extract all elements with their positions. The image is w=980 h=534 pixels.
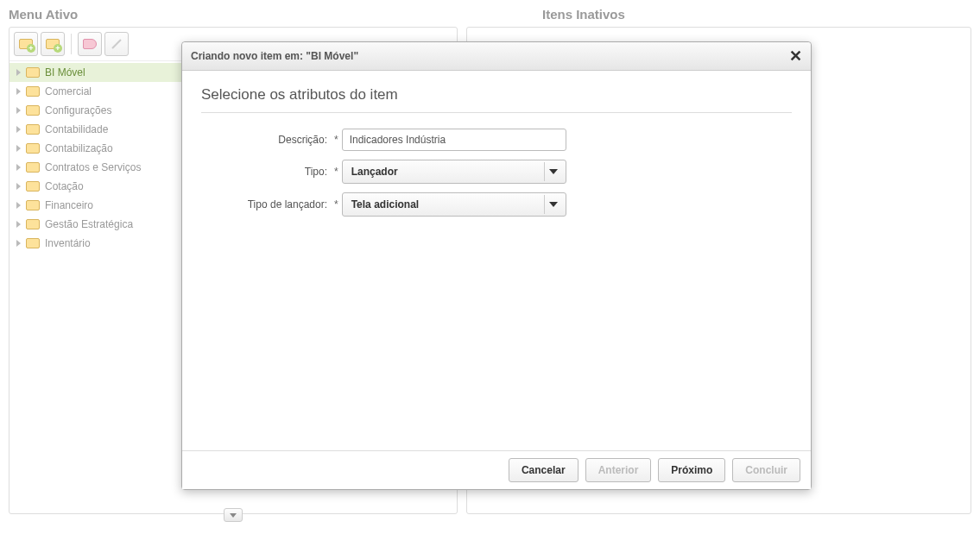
tree-item-label: Contratos e Serviços	[45, 161, 141, 173]
toolbar-separator	[71, 34, 72, 54]
concluir-button[interactable]: Concluir	[732, 458, 800, 482]
folder-icon	[26, 124, 40, 135]
pencil-icon	[111, 39, 121, 48]
anterior-button[interactable]: Anterior	[585, 458, 652, 482]
folder-icon	[26, 162, 40, 173]
tree-item-label: Contabilização	[45, 142, 113, 154]
descricao-label: Descrição:	[201, 134, 331, 146]
dialog-body: Selecione os atributos do item Descrição…	[182, 71, 811, 450]
toolbar-edit[interactable]	[104, 32, 129, 56]
toolbar-new-folder-b[interactable]	[41, 32, 65, 56]
tipo-select[interactable]: Lançador	[342, 160, 566, 184]
tipo-lancador-label: Tipo de lançador:	[201, 198, 331, 210]
chevron-right-icon	[16, 126, 21, 133]
chevron-right-icon	[16, 69, 21, 76]
dialog-divider	[201, 112, 792, 113]
tipo-lancador-select-value: Tela adicional	[351, 198, 419, 210]
chevron-right-icon	[16, 202, 21, 209]
tag-icon	[83, 39, 97, 49]
proximo-button[interactable]: Próximo	[658, 458, 725, 482]
chevron-down-icon	[544, 162, 563, 181]
chevron-right-icon	[16, 183, 21, 190]
tree-item-label: Comercial	[45, 85, 92, 97]
folder-icon	[26, 219, 40, 229]
cancelar-button[interactable]: Cancelar	[509, 458, 579, 482]
chevron-down-icon	[544, 195, 563, 214]
chevron-right-icon	[16, 221, 21, 228]
folder-icon	[26, 143, 40, 154]
folder-icon	[26, 67, 40, 78]
tree-item-label: Financeiro	[45, 199, 93, 211]
chevron-right-icon	[16, 145, 21, 152]
tree-item-label: Configurações	[45, 104, 111, 116]
tipo-lancador-select[interactable]: Tela adicional	[342, 192, 566, 217]
required-mark: *	[334, 134, 338, 146]
chevron-right-icon	[16, 240, 21, 247]
descricao-input[interactable]	[342, 129, 566, 151]
dialog-title: Criando novo item em: "BI Móvel"	[191, 50, 358, 62]
tree-item-label: Gestão Estratégica	[45, 218, 133, 230]
folder-icon	[26, 238, 40, 248]
chevron-right-icon	[16, 107, 21, 114]
folder-plus-icon	[19, 39, 33, 49]
folder-icon	[26, 200, 40, 210]
folder-plus-icon	[46, 39, 60, 49]
dialog-heading: Selecione os atributos do item	[201, 86, 792, 104]
folder-icon	[26, 181, 40, 192]
heading-itens-inativos: Itens Inativos	[542, 7, 625, 22]
tree-item-label: Inventário	[45, 237, 91, 249]
toolbar-new-folder-a[interactable]	[14, 32, 38, 56]
tree-item-label: Contabilidade	[45, 123, 108, 135]
tree-item-label: BI Móvel	[45, 66, 85, 79]
tree-item-label: Cotação	[45, 180, 84, 192]
splitter-handle[interactable]	[224, 508, 243, 522]
dialog-footer: Cancelar Anterior Próximo Concluir	[182, 450, 811, 489]
chevron-right-icon	[16, 164, 21, 171]
dialog-titlebar: Criando novo item em: "BI Móvel" ✕	[182, 42, 811, 71]
required-mark: *	[334, 198, 338, 210]
chevron-right-icon	[16, 88, 21, 95]
close-icon[interactable]: ✕	[789, 48, 802, 64]
toolbar-tag[interactable]	[78, 32, 102, 56]
tipo-select-value: Lançador	[351, 166, 398, 178]
folder-icon	[26, 105, 40, 116]
tipo-label: Tipo:	[201, 166, 331, 178]
folder-icon	[26, 86, 40, 97]
create-item-dialog: Criando novo item em: "BI Móvel" ✕ Selec…	[181, 41, 812, 490]
required-mark: *	[334, 166, 338, 178]
heading-menu-ativo: Menu Ativo	[9, 7, 542, 22]
